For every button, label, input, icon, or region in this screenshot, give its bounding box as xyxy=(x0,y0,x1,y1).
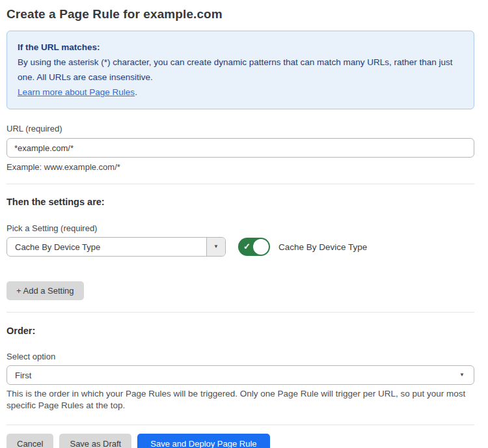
order-section-heading: Order: xyxy=(7,326,474,337)
divider xyxy=(7,312,474,313)
url-input[interactable] xyxy=(7,138,474,158)
setting-dropdown[interactable]: Cache By Device Type ▼ xyxy=(7,237,226,257)
setting-dropdown-button[interactable]: ▼ xyxy=(206,238,225,256)
cache-by-device-type-toggle[interactable]: ✓ xyxy=(238,238,270,256)
save-and-deploy-button[interactable]: Save and Deploy Page Rule xyxy=(137,434,269,448)
info-box-link-line: Learn more about Page Rules. xyxy=(18,85,463,100)
footer-actions: Cancel Save as Draft Save and Deploy Pag… xyxy=(7,434,474,448)
save-as-draft-button[interactable]: Save as Draft xyxy=(59,434,131,448)
chevron-down-icon: ▼ xyxy=(213,244,219,249)
setting-dropdown-value: Cache By Device Type xyxy=(7,238,206,256)
url-match-info-box: If the URL matches: By using the asteris… xyxy=(7,31,474,109)
toggle-label: Cache By Device Type xyxy=(278,242,367,252)
setting-row: Cache By Device Type ▼ ✓ Cache By Device… xyxy=(7,237,474,257)
chevron-down-icon: ▼ xyxy=(459,372,465,378)
order-select[interactable]: First ▼ xyxy=(7,365,474,385)
setting-picker-label: Pick a Setting (required) xyxy=(7,223,474,233)
check-icon: ✓ xyxy=(243,242,251,251)
info-box-heading: If the URL matches: xyxy=(18,40,463,55)
divider xyxy=(7,184,474,184)
url-field-label: URL (required) xyxy=(7,124,474,133)
page-rule-form: Create a Page Rule for example.com If th… xyxy=(0,0,488,448)
page-title: Create a Page Rule for example.com xyxy=(7,6,474,23)
learn-more-link[interactable]: Learn more about Page Rules xyxy=(18,87,135,97)
url-example-helper: Example: www.example.com/* xyxy=(7,162,474,172)
info-box-body: By using the asterisk (*) character, you… xyxy=(18,55,463,85)
order-helper-text: This is the order in which your Page Rul… xyxy=(7,388,474,412)
order-select-value: First xyxy=(15,371,31,380)
divider xyxy=(7,425,474,425)
order-select-label: Select option xyxy=(7,352,474,361)
toggle-knob xyxy=(253,239,269,255)
add-setting-button[interactable]: + Add a Setting xyxy=(7,281,84,300)
link-period: . xyxy=(135,87,137,97)
settings-section-heading: Then the settings are: xyxy=(7,197,474,208)
cancel-button[interactable]: Cancel xyxy=(7,434,53,448)
